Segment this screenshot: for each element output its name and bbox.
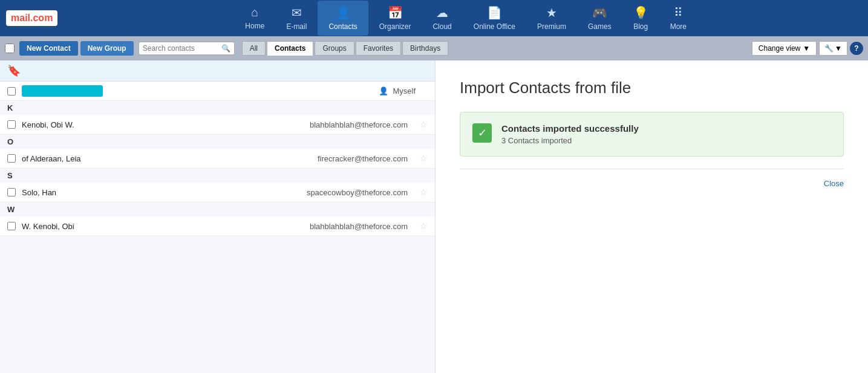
myself-category: 👤 Myself: [379, 86, 416, 96]
myself-checkbox[interactable]: [7, 87, 16, 96]
games-icon: 🎮: [592, 5, 607, 20]
nav-item-blog[interactable]: 💡 Blog: [622, 1, 659, 36]
filter-tab-birthdays[interactable]: Birthdays: [402, 41, 448, 56]
nav-label-games: Games: [588, 22, 612, 31]
nav-item-home[interactable]: ⌂ Home: [234, 1, 275, 36]
close-link[interactable]: Close: [460, 179, 844, 188]
help-label: ?: [854, 44, 858, 53]
myself-label: Myself: [393, 86, 416, 96]
nav-label-premium: Premium: [537, 22, 566, 31]
nav-item-organizer[interactable]: 📅 Organizer: [368, 1, 422, 36]
nav-item-more[interactable]: ⠿ More: [659, 1, 697, 36]
leia-email: firecracker@theforce.com: [318, 154, 408, 163]
kenobi-star-icon[interactable]: ☆: [420, 120, 428, 129]
myself-contact-row[interactable]: ████████ 👤 Myself: [0, 82, 435, 101]
home-icon: ⌂: [251, 5, 258, 19]
online-office-icon: 📄: [487, 5, 502, 20]
organizer-icon: 📅: [388, 5, 403, 20]
search-icon: 🔍: [221, 44, 230, 53]
han-name: Solo, Han: [22, 188, 307, 197]
change-view-label: Change view: [759, 44, 800, 53]
contacts-icon: 👤: [336, 5, 351, 20]
premium-icon: ★: [546, 5, 557, 20]
section-s: S: [0, 169, 435, 183]
main-content: 🔖 ████████ 👤 Myself K Kenobi, Obi W. bla…: [0, 60, 868, 373]
wrench-icon: 🔧: [824, 44, 834, 53]
w-kenobi-name: W. Kenobi, Obi: [22, 222, 310, 231]
success-title: Contacts imported successfully: [501, 123, 639, 134]
select-all-checkbox[interactable]: [5, 44, 15, 53]
success-box: ✓ Contacts imported successfully 3 Conta…: [460, 112, 844, 157]
kenobi-checkbox[interactable]: [7, 120, 16, 129]
search-box: 🔍: [139, 42, 235, 55]
filter-tab-favorites[interactable]: Favorites: [356, 41, 401, 56]
flag-icon: 🔖: [7, 64, 21, 77]
email-icon: ✉: [292, 5, 302, 20]
myself-row[interactable]: 🔖: [0, 60, 435, 82]
w-kenobi-star-icon[interactable]: ☆: [420, 221, 428, 231]
top-nav: mail.com ⌂ Home ✉ E-mail 👤 Contacts 📅 Or…: [0, 0, 868, 36]
import-title: Import Contacts from file: [460, 79, 844, 97]
w-kenobi-email: blahblahblah@theforce.com: [310, 222, 408, 231]
contact-list: 🔖 ████████ 👤 Myself K Kenobi, Obi W. bla…: [0, 60, 436, 373]
new-group-button[interactable]: New Group: [80, 41, 134, 56]
filter-tab-all[interactable]: All: [242, 41, 266, 56]
more-icon: ⠿: [674, 5, 683, 20]
nav-item-contacts[interactable]: 👤 Contacts: [318, 1, 368, 36]
nav-item-games[interactable]: 🎮 Games: [577, 1, 622, 36]
contact-row-kenobi[interactable]: Kenobi, Obi W. blahblahblah@theforce.com…: [0, 115, 435, 135]
nav-item-premium[interactable]: ★ Premium: [526, 1, 577, 36]
nav-label-blog: Blog: [633, 22, 648, 31]
section-k: K: [0, 101, 435, 115]
nav-label-online-office: Online Office: [474, 22, 515, 31]
filter-tabs: All Contacts Groups Favorites Birthdays: [242, 41, 448, 56]
nav-label-organizer: Organizer: [379, 22, 411, 31]
contact-row-leia[interactable]: of Alderaan, Leia firecracker@theforce.c…: [0, 149, 435, 169]
contact-row-han[interactable]: Solo, Han spacecowboy@theforce.com ☆: [0, 183, 435, 203]
person-icon: 👤: [379, 86, 388, 96]
filter-tab-groups[interactable]: Groups: [315, 41, 354, 56]
leia-star-icon[interactable]: ☆: [420, 154, 428, 163]
leia-name: of Alderaan, Leia: [22, 154, 318, 163]
nav-items: ⌂ Home ✉ E-mail 👤 Contacts 📅 Organizer ☁…: [70, 1, 862, 36]
logo-text: mail: [11, 13, 30, 23]
nav-label-email: E-mail: [286, 22, 307, 31]
change-view-chevron-icon: ▼: [803, 44, 810, 53]
tools-chevron-icon: ▼: [835, 44, 842, 53]
nav-item-online-office[interactable]: 📄 Online Office: [463, 1, 526, 36]
change-view-button[interactable]: Change view ▼: [752, 41, 817, 56]
right-panel: Import Contacts from file ✓ Contacts imp…: [436, 60, 868, 373]
w-kenobi-checkbox[interactable]: [7, 222, 16, 230]
cloud-icon: ☁: [436, 5, 448, 20]
leia-checkbox[interactable]: [7, 154, 16, 163]
han-star-icon[interactable]: ☆: [420, 187, 428, 197]
contact-row-w-kenobi[interactable]: W. Kenobi, Obi blahblahblah@theforce.com…: [0, 216, 435, 236]
han-email: spacecowboy@theforce.com: [307, 188, 408, 197]
section-w: W: [0, 203, 435, 216]
nav-label-more: More: [670, 22, 687, 31]
success-sub: 3 Contacts imported: [501, 136, 639, 145]
success-text: Contacts imported successfully 3 Contact…: [501, 123, 639, 145]
success-check-icon: ✓: [472, 123, 492, 143]
filter-tab-contacts[interactable]: Contacts: [267, 41, 313, 56]
toolbar: New Contact New Group 🔍 All Contacts Gro…: [0, 36, 868, 60]
logo-tld: .com: [30, 13, 53, 23]
tools-button[interactable]: 🔧 ▼: [819, 41, 847, 56]
han-checkbox[interactable]: [7, 188, 16, 196]
nav-label-home: Home: [245, 22, 264, 30]
blog-icon: 💡: [633, 5, 648, 20]
nav-item-email[interactable]: ✉ E-mail: [275, 1, 318, 36]
new-contact-button[interactable]: New Contact: [19, 41, 78, 56]
help-button[interactable]: ?: [850, 42, 863, 55]
nav-item-cloud[interactable]: ☁ Cloud: [422, 1, 462, 36]
nav-label-cloud: Cloud: [432, 22, 451, 31]
myself-name-blurred: ████████: [22, 85, 103, 97]
nav-label-contacts: Contacts: [328, 22, 357, 31]
search-input[interactable]: [143, 44, 221, 53]
kenobi-email: blahblahblah@theforce.com: [310, 120, 408, 129]
section-o: O: [0, 135, 435, 149]
divider: [460, 169, 844, 169]
kenobi-name: Kenobi, Obi W.: [22, 120, 310, 129]
logo[interactable]: mail.com: [6, 10, 57, 26]
